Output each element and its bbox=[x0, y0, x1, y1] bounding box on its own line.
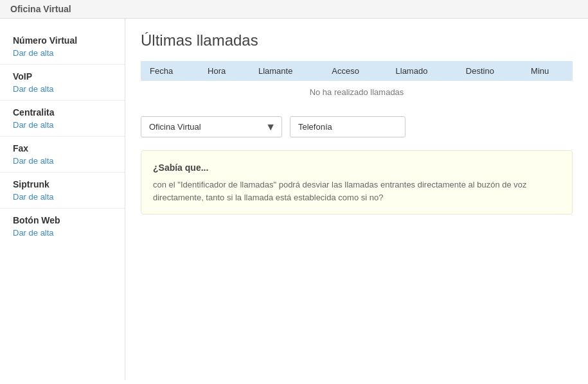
top-bar: Oficina Virtual bbox=[0, 0, 588, 19]
sidebar-link-fax[interactable]: Dar de alta bbox=[13, 156, 112, 166]
table-empty-message: No ha realizado llamadas bbox=[141, 81, 573, 103]
sidebar-title-voip: VoIP bbox=[13, 71, 112, 82]
main-content: Últimas llamadas FechaHoraLlamanteAcceso… bbox=[125, 19, 588, 380]
tip-box: ¿Sabía que... con el "Identificador de l… bbox=[141, 150, 573, 214]
col-header-minu: Minu bbox=[522, 61, 573, 81]
col-header-llamado: Llamado bbox=[387, 61, 457, 81]
layout: Número VirtualDar de altaVoIPDar de alta… bbox=[0, 19, 588, 380]
table-header-row: FechaHoraLlamanteAccesoLlamadoDestinoMin… bbox=[141, 61, 573, 81]
top-bar-title: Oficina Virtual bbox=[10, 4, 71, 14]
table-header: FechaHoraLlamanteAccesoLlamadoDestinoMin… bbox=[141, 61, 573, 81]
sidebar-section-siptrunk: SiptrunkDar de alta bbox=[0, 173, 125, 209]
tip-title: ¿Sabía que... bbox=[153, 161, 560, 175]
col-header-destino: Destino bbox=[457, 61, 522, 81]
tip-text: con el "Identificador de llamadas" podrá… bbox=[153, 179, 560, 204]
dropdown1-select[interactable]: Oficina VirtualTodas bbox=[141, 116, 282, 137]
col-header-fecha: Fecha bbox=[141, 61, 199, 81]
sidebar-title-fax: Fax bbox=[13, 143, 112, 153]
sidebar-link-centralita[interactable]: Dar de alta bbox=[13, 120, 112, 130]
sidebar-section-voip: VoIPDar de alta bbox=[0, 65, 125, 101]
sidebar: Número VirtualDar de altaVoIPDar de alta… bbox=[0, 19, 125, 380]
sidebar-section-fax: FaxDar de alta bbox=[0, 137, 125, 173]
sidebar-link-siptrunk[interactable]: Dar de alta bbox=[13, 192, 112, 202]
sidebar-section-centralita: CentralitaDar de alta bbox=[0, 101, 125, 137]
dropdown2-wrapper: TelefoníaTodas bbox=[290, 116, 405, 137]
col-header-acceso: Acceso bbox=[323, 61, 386, 81]
sidebar-link-voip[interactable]: Dar de alta bbox=[13, 84, 112, 94]
sidebar-section-boton-web: Botón WebDar de alta bbox=[0, 209, 125, 244]
sidebar-title-boton-web: Botón Web bbox=[13, 215, 112, 225]
sidebar-title-siptrunk: Siptrunk bbox=[13, 179, 112, 189]
dropdown2-select[interactable]: TelefoníaTodas bbox=[290, 116, 405, 137]
table-body: No ha realizado llamadas bbox=[141, 81, 573, 103]
sidebar-section-numero-virtual: Número VirtualDar de alta bbox=[0, 29, 125, 65]
col-header-llamante: Llamante bbox=[249, 61, 323, 81]
sidebar-link-boton-web[interactable]: Dar de alta bbox=[13, 228, 112, 238]
table-empty-row: No ha realizado llamadas bbox=[141, 81, 573, 103]
page-title: Últimas llamadas bbox=[141, 31, 573, 49]
sidebar-title-numero-virtual: Número Virtual bbox=[13, 35, 112, 46]
dropdown1-wrapper: Oficina VirtualTodas ▼ bbox=[141, 116, 282, 137]
sidebar-link-numero-virtual[interactable]: Dar de alta bbox=[13, 48, 112, 58]
col-header-hora: Hora bbox=[199, 61, 249, 81]
filter-row: Oficina VirtualTodas ▼ TelefoníaTodas bbox=[141, 116, 573, 137]
sidebar-title-centralita: Centralita bbox=[13, 107, 112, 118]
calls-table: FechaHoraLlamanteAccesoLlamadoDestinoMin… bbox=[141, 61, 573, 103]
